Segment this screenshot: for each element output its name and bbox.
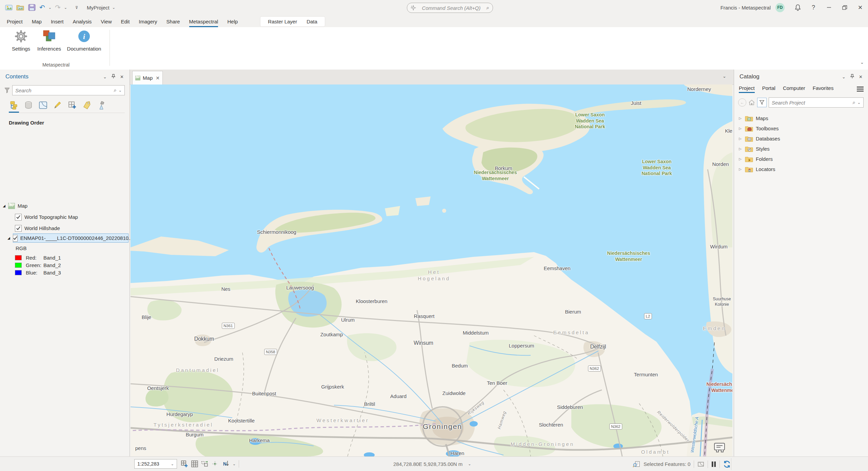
list-by-data-source-icon[interactable] — [23, 100, 34, 113]
notifications-bell-icon[interactable] — [790, 0, 806, 15]
project-menu[interactable]: MyProject ⌄ — [87, 5, 115, 11]
close-tab-icon[interactable]: ✕ — [156, 75, 160, 81]
pin-icon[interactable] — [848, 74, 856, 80]
layer-checkbox[interactable] — [13, 235, 18, 242]
home-icon[interactable] — [748, 99, 755, 106]
tab-computer[interactable]: Computer — [783, 85, 805, 93]
catalog-item-folders[interactable]: ▷ Folders — [734, 154, 868, 164]
ribbon-tab-map[interactable]: Map — [32, 16, 42, 27]
north-arrow-icon[interactable]: N — [221, 460, 230, 468]
inferences-button[interactable]: Inferences — [32, 30, 66, 52]
catalog-item-locators[interactable]: ▷ Locators — [734, 164, 868, 174]
pane-options-chevron-icon[interactable]: ⌄ — [101, 74, 109, 79]
back-arrow-icon[interactable]: ← — [738, 98, 746, 107]
catalog-item-styles[interactable]: ▷ Styles — [734, 144, 868, 154]
expanded-triangle-icon[interactable]: ◢ — [2, 204, 6, 208]
tree-node-map[interactable]: ◢ Map — [0, 201, 130, 210]
filter-funnel-icon[interactable] — [4, 87, 10, 93]
menu-icon[interactable] — [857, 87, 864, 92]
ribbon-tab-edit[interactable]: Edit — [121, 16, 130, 27]
pane-options-chevron-icon[interactable]: ⌄ — [840, 74, 848, 79]
layer-checkbox[interactable] — [15, 214, 22, 221]
collapsed-triangle-icon[interactable]: ▷ — [738, 137, 742, 140]
tab-portal[interactable]: Portal — [762, 85, 775, 93]
list-by-charts-icon[interactable] — [96, 100, 106, 113]
avatar[interactable]: FD — [775, 3, 785, 12]
pause-drawing-icon[interactable] — [711, 461, 716, 467]
layer-row-enmap[interactable]: ◢ ENMAP01-____L1C-DT0000002446_20220810.… — [0, 233, 130, 243]
ribbon-tab-help[interactable]: Help — [227, 16, 238, 27]
map-label: Ulrum — [341, 317, 355, 323]
customize-toolbar-icon[interactable]: ⊽ — [75, 5, 78, 10]
ribbon-tab-insert[interactable]: Insert — [51, 16, 64, 27]
redo-dropdown-icon[interactable]: ⌄ — [64, 5, 67, 10]
undo-dropdown-icon[interactable]: ⌄ — [48, 5, 52, 10]
map-view[interactable]: NorderneyJuistKleLower Saxon Wadden Sea … — [131, 84, 732, 456]
catalog-item-databases[interactable]: ▷ Databases — [734, 133, 868, 144]
list-by-drawing-order-icon[interactable] — [9, 100, 19, 113]
tab-favorites[interactable]: Favorites — [813, 85, 834, 93]
collapsed-triangle-icon[interactable]: ▷ — [738, 127, 742, 130]
tab-data[interactable]: Data — [302, 17, 322, 26]
filter-funnel-icon[interactable] — [757, 98, 767, 107]
layer-row-hillshade[interactable]: World Hillshade — [0, 224, 130, 233]
map-extent-icon[interactable] — [697, 461, 704, 467]
catalog-item-toolboxes[interactable]: ▷ Toolboxes — [734, 123, 868, 133]
ribbon-tab-metaspectral[interactable]: Metaspectral — [189, 16, 218, 27]
ribbon-tab-share[interactable]: Share — [166, 16, 180, 27]
list-by-selection-icon[interactable] — [38, 100, 48, 113]
chevron-down-icon[interactable]: ⌄ — [233, 462, 236, 466]
collapsed-triangle-icon[interactable]: ▷ — [738, 167, 742, 171]
list-by-editing-icon[interactable] — [53, 100, 63, 113]
layout-pages-icon[interactable] — [201, 460, 209, 467]
ribbon-tab-analysis[interactable]: Analysis — [73, 16, 92, 27]
grid-add-icon[interactable] — [181, 460, 188, 468]
layer-row-topographic[interactable]: World Topographic Map — [0, 212, 130, 222]
catalog-search-input[interactable]: Search Project ⌕ ⌄ — [769, 97, 864, 108]
chevron-down-icon[interactable]: ⌄ — [119, 88, 122, 93]
expanded-triangle-icon[interactable]: ◢ — [7, 236, 10, 240]
list-by-snapping-icon[interactable] — [67, 100, 77, 113]
collapse-ribbon-icon[interactable]: ⌄ — [860, 60, 864, 65]
close-pane-icon[interactable]: ✕ — [118, 74, 126, 79]
map-label: Blije — [142, 314, 151, 321]
chevron-down-icon[interactable]: ⌄ — [857, 100, 861, 105]
new-project-icon[interactable] — [5, 4, 13, 11]
styles-folder-icon — [745, 146, 753, 152]
catalog-item-maps[interactable]: ▷ Maps — [734, 113, 868, 123]
contents-search-input[interactable]: Search ⌕ ⌄ — [12, 85, 125, 95]
collapsed-triangle-icon[interactable]: ▷ — [738, 116, 742, 120]
redo-button[interactable]: ↷ — [55, 4, 61, 11]
ribbon-tab-project[interactable]: Project — [7, 16, 23, 27]
map-label: Zoutkamp — [320, 332, 343, 338]
refresh-icon[interactable] — [723, 460, 731, 468]
selected-features-count[interactable]: Selected Features: 0 — [644, 461, 690, 467]
coordinate-readout[interactable]: 284,728.80E 5,928,735.00N m ⌄ — [393, 457, 471, 471]
undo-button[interactable]: ↶ — [39, 4, 45, 11]
map-scale-combo[interactable]: 1:252,283 ⌄ — [134, 459, 177, 469]
ribbon-tab-view[interactable]: View — [101, 16, 112, 27]
collapsed-triangle-icon[interactable]: ▷ — [738, 147, 742, 151]
tab-raster-layer[interactable]: Raster Layer — [263, 17, 302, 26]
save-project-icon[interactable] — [28, 4, 36, 11]
pin-icon[interactable] — [109, 74, 118, 80]
tab-list-chevron-icon[interactable]: ⌄ — [723, 74, 726, 79]
tab-project[interactable]: Project — [739, 85, 755, 93]
command-search[interactable]: Command Search (Alt+Q) ⌕ — [407, 3, 493, 13]
minimize-button[interactable] — [821, 0, 837, 15]
help-icon[interactable]: ? — [806, 0, 821, 15]
list-by-labeling-icon[interactable] — [82, 100, 92, 113]
map-notification-icon[interactable] — [714, 442, 725, 453]
close-button[interactable]: ✕ — [852, 0, 868, 15]
layer-checkbox[interactable] — [15, 225, 22, 232]
snapping-icon[interactable] — [212, 460, 218, 467]
explore-selection-icon[interactable] — [633, 461, 640, 468]
grid-icon[interactable] — [191, 460, 198, 467]
restore-button[interactable] — [837, 0, 852, 15]
documentation-button[interactable]: i Documentation — [67, 30, 101, 52]
map-view-tab[interactable]: Map ✕ — [132, 71, 163, 84]
close-pane-icon[interactable]: ✕ — [856, 74, 865, 79]
open-project-icon[interactable] — [16, 4, 24, 11]
ribbon-tab-imagery[interactable]: Imagery — [139, 16, 157, 27]
collapsed-triangle-icon[interactable]: ▷ — [738, 157, 742, 161]
